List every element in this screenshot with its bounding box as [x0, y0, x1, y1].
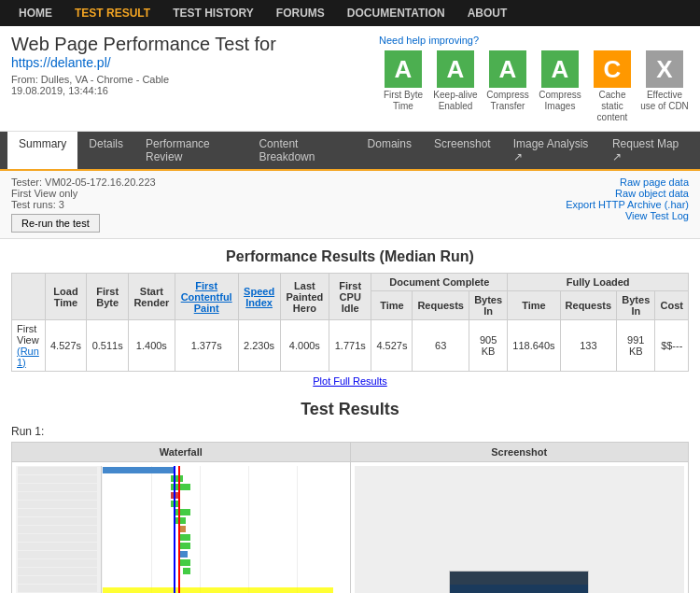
page-header: Web Page Performance Test for https://de… [0, 26, 700, 132]
tester-info: Tester: VM02-05-172.16.20.223 [11, 176, 156, 188]
col-fl-requests: Requests [560, 291, 617, 320]
grade-item: CCache static content [588, 50, 637, 123]
col-fl-time: Time [508, 291, 560, 320]
grade-item: AFirst Byte Time [379, 50, 427, 123]
cell-fl-time: 118.640s [508, 320, 560, 372]
tab-bar: Summary Details Performance Review Conte… [0, 132, 700, 171]
grade-item: XEffective use of CDN [640, 50, 689, 123]
table-row: First View(Run 1) 4.527s 0.511s 1.400s 1… [12, 320, 689, 372]
grade-label: Keep-alive Enabled [431, 90, 480, 112]
run-table: Waterfall Screenshot [11, 442, 689, 593]
col-first-byte: First Byte [87, 274, 129, 320]
performance-section: Performance Results (Median Run) Load Ti… [0, 239, 700, 396]
raw-object-link[interactable]: Raw object data [566, 188, 689, 199]
grade-label: Compress Transfer [483, 90, 532, 112]
col-doc-bytes: Bytes In [469, 291, 507, 320]
performance-title: Performance Results (Median Run) [11, 248, 689, 265]
cell-fcp: 1.377s [175, 320, 238, 372]
nav-documentation[interactable]: DOCUMENTATION [336, 7, 456, 20]
cell-load-time: 4.527s [45, 320, 87, 372]
col-fl-cost: Cost [655, 291, 689, 320]
cell-last-painted: 4.000s [280, 320, 329, 372]
info-bar: Tester: VM02-05-172.16.20.223 First View… [0, 171, 700, 239]
help-link[interactable]: Need help improving? [379, 35, 479, 46]
test-results-section: Test Results Run 1: Waterfall Screenshot [0, 396, 700, 593]
col-fully-loaded: Fully Loaded [508, 274, 689, 291]
cell-doc-requests: 63 [413, 320, 469, 372]
col-fl-bytes: Bytes In [617, 291, 655, 320]
col-doc-time: Time [371, 291, 413, 320]
plot-full-results-link[interactable]: Plot Full Results [313, 375, 386, 387]
grade-box: X [646, 50, 683, 88]
col-doc-complete: Document Complete [371, 274, 508, 291]
rerun-button[interactable]: Re-run the test [11, 214, 100, 233]
performance-table: Load Time First Byte Start Render First … [11, 273, 689, 372]
grade-item: ACompress Transfer [483, 50, 532, 123]
view-log-link[interactable]: View Test Log [566, 210, 689, 221]
col-fcp: First Contentful Paint [175, 274, 238, 320]
col-first-cpu: First CPU Idle [329, 274, 371, 320]
row-name: First View(Run 1) [12, 320, 46, 372]
tab-details[interactable]: Details [77, 132, 134, 169]
cell-doc-bytes: 905 KB [469, 320, 507, 372]
screenshot-preview [449, 571, 589, 593]
waterfall-header: Waterfall [12, 443, 351, 462]
run-label: Run 1: [11, 425, 689, 438]
raw-page-link[interactable]: Raw page data [566, 176, 689, 188]
grade-box: A [489, 50, 526, 88]
col-speed-index: Speed Index [238, 274, 280, 320]
navigation: HOME TEST RESULT TEST HISTORY FORUMS DOC… [0, 0, 700, 26]
screenshot-header: Screenshot [350, 443, 689, 462]
tab-image-analysis[interactable]: Image Analysis ↗ [502, 132, 601, 169]
tab-performance-review[interactable]: Performance Review [134, 132, 247, 169]
col-last-painted: Last Painted Hero [280, 274, 329, 320]
grade-container: AFirst Byte TimeAKeep-alive EnabledAComp… [379, 50, 689, 123]
grade-box: A [385, 50, 422, 88]
nav-about[interactable]: ABOUT [456, 7, 519, 20]
tab-screenshot[interactable]: Screenshot [423, 132, 502, 169]
cell-fl-bytes: 991 KB [617, 320, 655, 372]
tab-request-map[interactable]: Request Map ↗ [601, 132, 693, 169]
tab-content-breakdown[interactable]: Content Breakdown [247, 132, 356, 169]
cell-doc-time: 4.527s [371, 320, 413, 372]
grade-label: First Byte Time [379, 90, 427, 112]
cell-first-cpu: 1.771s [329, 320, 371, 372]
page-title: Web Page Performance Test for [11, 34, 276, 55]
screenshot-cell [350, 462, 689, 594]
cell-fl-cost: $$--- [655, 320, 689, 372]
waterfall-visualization [16, 466, 346, 593]
from-info: From: Dulles, VA - Chrome - Cable 19.08.… [11, 74, 276, 96]
nav-forums[interactable]: FORUMS [265, 7, 336, 20]
grade-box: A [541, 50, 579, 88]
grade-label: Cache static content [588, 90, 637, 123]
grade-box: A [437, 50, 474, 88]
grade-item: AKeep-alive Enabled [431, 50, 480, 123]
col-start-render: Start Render [128, 274, 175, 320]
cell-first-byte: 0.511s [87, 320, 129, 372]
cell-start-render: 1.400s [128, 320, 175, 372]
grade-label: Effective use of CDN [640, 90, 689, 112]
nav-test-history[interactable]: TEST HISTORY [161, 7, 265, 20]
test-url-link[interactable]: https://delante.pl/ [11, 55, 111, 70]
grade-item: ACompress Images [536, 50, 584, 123]
plot-link-container: Plot Full Results [11, 375, 689, 387]
run-link[interactable]: (Run 1) [17, 346, 39, 368]
tab-domains[interactable]: Domains [357, 132, 423, 169]
nav-home[interactable]: HOME [7, 7, 63, 20]
test-results-title: Test Results [11, 400, 689, 419]
col-load-time: Load Time [45, 274, 87, 320]
grade-box: C [594, 50, 631, 88]
grade-label: Compress Images [536, 90, 584, 112]
cell-speed-index: 2.230s [238, 320, 280, 372]
runs-info: Test runs: 3 [11, 199, 156, 210]
view-info: First View only [11, 188, 156, 199]
cell-fl-requests: 133 [560, 320, 617, 372]
nav-test-result[interactable]: TEST RESULT [63, 7, 161, 20]
export-link[interactable]: Export HTTP Archive (.har) [566, 199, 689, 210]
waterfall-cell [12, 462, 351, 594]
col-doc-requests: Requests [413, 291, 469, 320]
tab-summary[interactable]: Summary [7, 132, 77, 169]
